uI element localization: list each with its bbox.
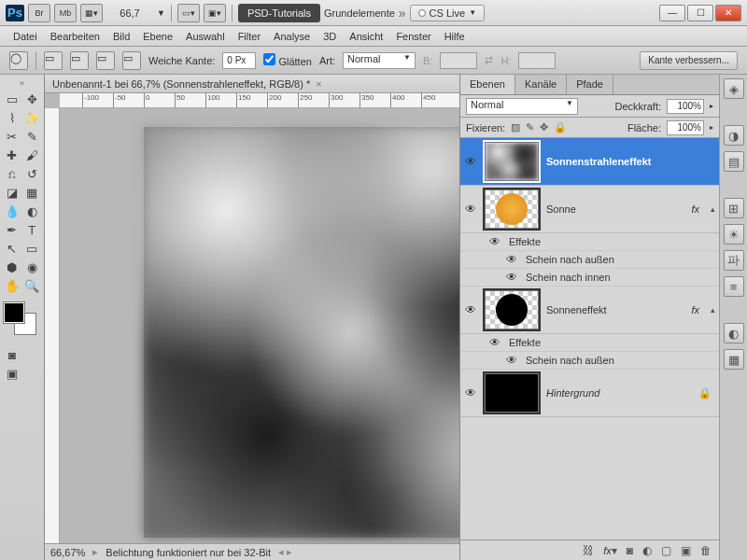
intersect-selection-icon[interactable]: ▭ (122, 51, 141, 70)
minibridge-button[interactable]: Mb (54, 4, 77, 22)
menu-hilfe[interactable]: Hilfe (444, 31, 465, 42)
document-tab[interactable]: Unbenannt-1 bei 66,7% (Sonnenstrahleneff… (45, 75, 459, 93)
visibility-icon[interactable]: 👁 (488, 235, 501, 248)
tab-ebenen[interactable]: Ebenen (460, 75, 515, 94)
link-layers-icon[interactable]: ⛓ (583, 544, 594, 557)
menu-3d[interactable]: 3D (323, 31, 336, 42)
layer-name[interactable]: Sonneneffekt (546, 304, 684, 315)
antialias-checkbox[interactable]: Glätten (263, 53, 312, 67)
layer-row[interactable]: 👁Sonneneffektfx▴ (460, 287, 719, 334)
menu-ansicht[interactable]: Ansicht (349, 31, 383, 42)
maximize-button[interactable]: ☐ (687, 5, 713, 21)
layer-mask-icon[interactable]: ◙ (627, 544, 633, 557)
layer-name[interactable]: Sonne (546, 203, 684, 215)
type-tool[interactable]: T (22, 220, 43, 239)
new-selection-icon[interactable]: ▭ (44, 51, 63, 70)
menu-ebene[interactable]: Ebene (143, 31, 173, 42)
feather-input[interactable] (222, 52, 256, 69)
tool-preset-icon[interactable]: ◯ (9, 51, 28, 70)
visibility-icon[interactable]: 👁 (505, 354, 518, 367)
visibility-icon[interactable]: 👁 (464, 386, 477, 399)
crop-tool[interactable]: ✂ (2, 127, 22, 146)
menu-auswahl[interactable]: Auswahl (186, 31, 225, 42)
layer-group-icon[interactable]: ▢ (661, 544, 671, 557)
visibility-icon[interactable]: 👁 (464, 303, 477, 316)
subtract-selection-icon[interactable]: ▭ (96, 51, 115, 70)
layer-thumbnail[interactable] (485, 290, 539, 329)
fg-color-swatch[interactable] (4, 302, 24, 323)
color-panel-icon[interactable]: ◑ (724, 125, 744, 146)
zoom-level[interactable]: 66,7 (106, 7, 153, 19)
blend-mode-select[interactable]: Normal▼ (466, 98, 578, 115)
3d-camera-tool[interactable]: ◉ (22, 258, 43, 276)
layer-name[interactable]: Hintergrund (546, 387, 691, 399)
gradient-tool[interactable]: ▦ (22, 183, 43, 202)
path-tool[interactable]: ↖ (2, 239, 22, 258)
opacity-input[interactable] (667, 99, 704, 114)
eyedropper-tool[interactable]: ✎ (22, 127, 43, 146)
style-select[interactable]: Normal ▼ (343, 52, 416, 69)
character-panel-icon[interactable]: ⊞ (724, 198, 744, 218)
new-layer-icon[interactable]: ▣ (681, 544, 691, 557)
cslive-button[interactable]: CS Live▼ (410, 5, 485, 21)
adjustment-layer-icon[interactable]: ◐ (642, 544, 652, 557)
delete-layer-icon[interactable]: 🗑 (700, 544, 712, 557)
styles-panel-icon[interactable]: 파 (724, 250, 744, 271)
menu-datei[interactable]: Datei (13, 31, 37, 42)
minimize-button[interactable]: — (659, 5, 685, 21)
workspace-grundelemente[interactable]: Grundelemente (324, 7, 395, 19)
status-zoom[interactable]: 66,67% (50, 547, 85, 558)
menu-fenster[interactable]: Fenster (396, 31, 430, 42)
layer-effect[interactable]: 👁Effekte (460, 334, 719, 352)
menu-bearbeiten[interactable]: Bearbeiten (50, 31, 100, 42)
brush-tool[interactable]: 🖌 (22, 146, 43, 164)
eraser-tool[interactable]: ◪ (2, 183, 22, 202)
layers-panel-icon[interactable]: ◈ (724, 78, 744, 99)
stamp-tool[interactable]: ⎌ (2, 164, 22, 183)
layer-effect[interactable]: 👁Effekte (460, 233, 719, 251)
vertical-ruler[interactable] (45, 108, 60, 543)
arrange-button[interactable]: ▭▾ (177, 4, 200, 22)
layer-thumbnail[interactable] (485, 373, 539, 413)
layer-row[interactable]: 👁Hintergrund🔒 (460, 370, 719, 417)
screenmode-button[interactable]: ▣▾ (204, 4, 226, 22)
layer-effect[interactable]: 👁Schein nach innen (460, 269, 719, 287)
zoom-tool[interactable]: 🔍 (22, 276, 43, 295)
lock-position-icon[interactable]: ✥ (540, 121, 548, 133)
menu-analyse[interactable]: Analyse (274, 31, 310, 42)
close-button[interactable]: ✕ (715, 5, 741, 21)
marquee-tool[interactable]: ▭ (2, 90, 22, 108)
view-extras-button[interactable]: ▦▾ (80, 4, 103, 22)
swatches-panel-icon[interactable]: ▤ (724, 151, 744, 172)
tab-pfade[interactable]: Pfade (567, 75, 613, 94)
close-tab-icon[interactable]: × (316, 78, 321, 90)
visibility-icon[interactable]: 👁 (464, 155, 477, 168)
adjustments-panel-icon[interactable]: ☀ (724, 224, 744, 245)
document-canvas[interactable] (144, 127, 459, 538)
layer-row[interactable]: 👁Sonnefx▴ (460, 186, 719, 233)
horizontal-ruler[interactable]: -100-50050100150200250300350400450 (60, 93, 459, 108)
lock-image-icon[interactable]: ✎ (526, 121, 534, 133)
layer-row[interactable]: 👁Sonnenstrahleneffekt (460, 138, 719, 186)
layer-effect[interactable]: 👁Schein nach außen (460, 251, 719, 269)
dodge-tool[interactable]: ◐ (22, 202, 43, 220)
layer-thumbnail[interactable] (485, 142, 539, 181)
workspace-more-icon[interactable]: » (399, 6, 406, 21)
tab-kanäle[interactable]: Kanäle (515, 75, 567, 94)
visibility-icon[interactable]: 👁 (505, 253, 518, 266)
screenmode-tool[interactable]: ▣ (2, 364, 22, 383)
quickmask-tool[interactable]: ◙ (2, 345, 22, 364)
fx-badge[interactable]: fx (691, 304, 699, 315)
lock-all-icon[interactable]: 🔒 (554, 121, 567, 133)
menu-bild[interactable]: Bild (113, 31, 130, 42)
lock-transparent-icon[interactable]: ▨ (511, 121, 520, 133)
lasso-tool[interactable]: ⌇ (2, 108, 22, 127)
wand-tool[interactable]: ✨ (22, 108, 43, 127)
layer-fx-icon[interactable]: fx▾ (603, 544, 617, 557)
bridge-button[interactable]: Br (28, 4, 50, 22)
history-brush-tool[interactable]: ↺ (22, 164, 43, 183)
workspace-psdtutorials[interactable]: PSD-Tutorials (238, 4, 320, 22)
3d-tool[interactable]: ⬢ (2, 258, 22, 276)
fill-input[interactable] (667, 120, 704, 135)
paragraph-panel-icon[interactable]: ≡ (724, 276, 744, 297)
